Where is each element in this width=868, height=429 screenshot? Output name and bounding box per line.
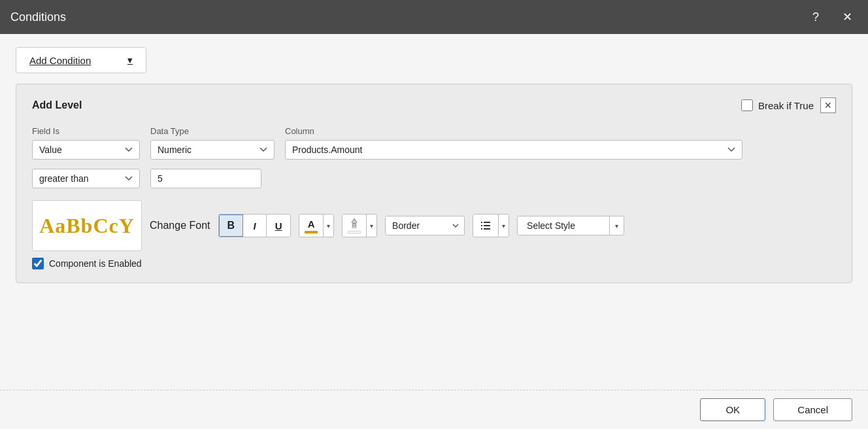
- component-enabled-label[interactable]: Component is Enabled: [49, 258, 142, 269]
- svg-rect-5: [481, 225, 482, 226]
- level-header: Add Level Break if True ✕: [32, 97, 836, 113]
- titlebar: Conditions ? ✕: [0, 0, 868, 34]
- list-button-group: ▾: [473, 214, 509, 237]
- break-if-true-text: Break if True: [758, 100, 814, 111]
- svg-marker-0: [352, 218, 357, 224]
- break-if-true-checkbox[interactable]: [741, 99, 753, 111]
- paint-bucket-icon: [348, 218, 360, 230]
- font-color-dropdown-button[interactable]: ▾: [323, 214, 333, 237]
- window-title: Conditions: [10, 10, 807, 24]
- level-title: Add Level: [32, 99, 82, 111]
- select-style-group: Select Style ▾: [517, 216, 624, 235]
- component-enabled-checkbox[interactable]: [32, 258, 44, 269]
- text-format-buttons: B I U: [218, 214, 292, 237]
- svg-rect-6: [484, 225, 490, 226]
- ok-button[interactable]: OK: [700, 398, 765, 421]
- fill-color-dropdown-button[interactable]: ▾: [366, 214, 376, 237]
- styling-row: AaBbCcY Change Font B I U A ▾: [32, 200, 836, 251]
- column-label: Column: [285, 126, 743, 136]
- level-card: Add Level Break if True ✕ Field Is Value: [16, 84, 852, 283]
- fields-row-1: Field Is Value Data Type Numeric Column …: [32, 126, 836, 160]
- font-color-indicator: [305, 231, 318, 233]
- border-select-group: Border: [385, 216, 465, 235]
- svg-marker-1: [352, 224, 356, 226]
- break-if-true-label[interactable]: Break if True: [741, 99, 814, 111]
- column-select[interactable]: Products.Amount: [285, 140, 743, 160]
- bold-button[interactable]: B: [219, 214, 244, 237]
- fill-color-indicator: [348, 231, 361, 233]
- font-preview-text: AaBbCcY: [39, 214, 135, 238]
- list-dropdown-button[interactable]: ▾: [498, 214, 509, 237]
- operator-select[interactable]: greater than: [32, 169, 140, 188]
- close-button[interactable]: ✕: [837, 9, 858, 26]
- svg-rect-7: [481, 228, 482, 230]
- list-icon: [480, 220, 492, 232]
- fields-row-2: greater than: [32, 169, 836, 188]
- list-button[interactable]: [473, 214, 498, 237]
- fill-color-group: ▾: [342, 214, 377, 237]
- field-is-label: Field Is: [32, 126, 140, 136]
- titlebar-actions: ? ✕: [807, 9, 858, 26]
- condition-value-input[interactable]: [150, 169, 261, 188]
- font-preview: AaBbCcY: [32, 200, 142, 251]
- svg-rect-2: [352, 227, 356, 228]
- underline-button[interactable]: U: [267, 214, 290, 237]
- change-font-label: Change Font: [150, 220, 210, 232]
- cancel-button[interactable]: Cancel: [773, 398, 852, 421]
- footer: OK Cancel: [0, 390, 868, 429]
- level-header-right: Break if True ✕: [741, 97, 836, 113]
- content-area: Add Condition ▾ Add Level Break if True …: [0, 34, 868, 390]
- data-type-label: Data Type: [150, 126, 275, 136]
- font-color-letter: A: [308, 218, 315, 230]
- italic-button[interactable]: I: [243, 214, 267, 237]
- chevron-down-icon: ▾: [127, 54, 133, 66]
- select-style-button[interactable]: Select Style: [518, 216, 609, 235]
- border-select[interactable]: Border: [386, 216, 464, 235]
- select-style-dropdown-button[interactable]: ▾: [609, 216, 624, 235]
- fill-color-button[interactable]: [342, 214, 366, 237]
- font-color-group: A ▾: [299, 214, 334, 237]
- field-is-select[interactable]: Value: [32, 140, 140, 160]
- data-type-select[interactable]: Numeric: [150, 140, 275, 160]
- close-card-button[interactable]: ✕: [820, 97, 836, 113]
- svg-rect-8: [484, 228, 490, 230]
- data-type-group: Data Type Numeric: [150, 126, 275, 160]
- font-color-button[interactable]: A: [299, 214, 323, 237]
- svg-rect-3: [481, 222, 482, 223]
- conditions-window: Conditions ? ✕ Add Condition ▾ Add Level…: [0, 0, 868, 429]
- add-condition-label: Add Condition: [29, 55, 91, 66]
- svg-rect-4: [484, 222, 490, 223]
- column-group: Column Products.Amount: [285, 126, 743, 160]
- add-condition-button[interactable]: Add Condition ▾: [16, 47, 146, 73]
- help-button[interactable]: ?: [807, 9, 824, 26]
- field-is-group: Field Is Value: [32, 126, 140, 160]
- component-enabled-row: Component is Enabled: [32, 258, 836, 269]
